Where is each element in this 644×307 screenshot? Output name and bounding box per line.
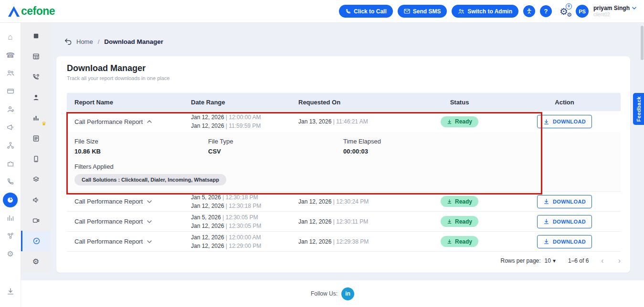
requested-on-cell: Jan 12, 2026 | 12:30:11 PM xyxy=(298,217,411,226)
integrations-menu[interactable]: ⚙ ⚙ 0 xyxy=(557,7,571,16)
download-button[interactable]: DOWNLOAD xyxy=(537,215,592,228)
col-requested-on: Requested On xyxy=(298,99,411,106)
switch-to-admin-button[interactable]: Switch to Admin xyxy=(452,5,518,18)
sidebar-item-integrations[interactable] xyxy=(0,154,21,173)
requested-date: Jan 12, 2026 xyxy=(298,238,331,245)
requested-date: Jan 12, 2026 xyxy=(298,198,331,205)
back-button[interactable] xyxy=(64,38,72,45)
click-to-call-label: Click to Call xyxy=(354,8,387,15)
status-cell: Ready xyxy=(411,236,508,247)
range-end-time: | 12:30:18 PM xyxy=(226,203,262,209)
subnav-item-mobile[interactable] xyxy=(21,149,51,169)
crown-badge-icon: ♛ xyxy=(42,121,46,126)
range-start-date: Jan 12, 2026 xyxy=(191,114,224,121)
logo-triangle-icon xyxy=(8,5,20,18)
page-title: Download Manager xyxy=(67,63,630,73)
back-arrow-icon xyxy=(64,38,72,45)
sidebar-item-user-settings[interactable] xyxy=(0,100,21,118)
sidebar-item-analytics[interactable] xyxy=(0,209,21,227)
breadcrumb-current: Download Manager xyxy=(104,38,163,45)
phone-icon: ☎ xyxy=(6,51,15,59)
phone-icon xyxy=(345,9,351,14)
requested-date: Jan 12, 2026 xyxy=(298,218,331,225)
megaphone-icon xyxy=(6,123,15,132)
subnav-item-call-config[interactable] xyxy=(21,67,51,87)
download-manager-card: Download Manager Track all your report d… xyxy=(56,56,630,273)
range-start-time: | 12:30:05 PM xyxy=(222,214,258,221)
filters-chip: Call Solutions : Clicktocall, Dialer, In… xyxy=(74,174,226,185)
pagination-bar: Rows per page: 10 ▾ 1–6 of 6 ‹ › xyxy=(66,252,621,270)
subnav-item-layers[interactable] xyxy=(21,169,51,190)
user-name: priyam Singh xyxy=(593,5,630,11)
download-button[interactable]: DOWNLOAD xyxy=(537,195,592,208)
sidebar-item-billing[interactable] xyxy=(0,82,21,100)
file-size-value: 10.86 KB xyxy=(74,148,208,155)
report-name-toggle[interactable]: Call Performance Report xyxy=(67,238,191,245)
download-button[interactable]: DOWNLOAD xyxy=(537,115,592,128)
time-elapsed-value: 00:00:03 xyxy=(343,148,381,155)
range-end-time: | 11:59:59 PM xyxy=(226,123,261,129)
click-to-call-button[interactable]: Click to Call xyxy=(339,5,393,18)
rows-per-page-select[interactable]: 10 ▾ xyxy=(545,257,556,264)
user-avatar[interactable]: PS xyxy=(576,5,589,18)
time-elapsed-label: Time Elapsed xyxy=(343,138,381,145)
scrollbar[interactable] xyxy=(641,26,644,60)
range-start-date: Jan 5, 2026 xyxy=(191,214,221,221)
users-icon xyxy=(6,69,15,77)
user-menu[interactable]: priyam Singh client02 xyxy=(593,5,636,17)
subnav-item-table-view[interactable] xyxy=(21,46,51,67)
report-name-toggle[interactable]: Call Performance Report xyxy=(67,118,191,125)
sidebar-item-call-settings[interactable] xyxy=(0,173,21,191)
sidebar-item-campaigns[interactable] xyxy=(0,118,21,136)
report-name-toggle[interactable]: Call Performance Report xyxy=(67,218,191,225)
expanded-details: File Size 10.86 KB File Type CSV Time El… xyxy=(67,132,621,192)
breadcrumb-home-link[interactable]: Home xyxy=(76,38,93,45)
send-sms-button[interactable]: Send SMS xyxy=(398,5,447,18)
file-size-block: File Size 10.86 KB xyxy=(74,138,208,155)
bar-chart-icon xyxy=(6,214,15,222)
sidebar-item-downloads[interactable] xyxy=(0,282,21,300)
linkedin-icon[interactable]: in xyxy=(341,287,354,300)
sidebar-item-contacts[interactable] xyxy=(0,64,21,82)
download-button[interactable]: DOWNLOAD xyxy=(537,235,592,248)
subnav-item-report-list[interactable] xyxy=(21,128,51,149)
sidebar-item-org[interactable] xyxy=(0,136,21,154)
download-label: DOWNLOAD xyxy=(553,119,586,124)
action-cell: DOWNLOAD xyxy=(508,215,621,228)
page-footer: Follow Us: in xyxy=(21,280,644,307)
subnav-item-video[interactable] xyxy=(21,210,51,231)
previous-page-button[interactable]: ‹ xyxy=(601,257,603,265)
compass-icon xyxy=(32,237,41,245)
range-end-date: Jan 12, 2026 xyxy=(191,203,224,209)
download-icon xyxy=(447,219,452,224)
next-page-button[interactable]: › xyxy=(618,257,621,265)
subnav-item-agents[interactable] xyxy=(21,87,51,108)
report-name: Call Performance Report xyxy=(74,198,143,205)
phone-gear-icon xyxy=(32,73,40,81)
report-name-toggle[interactable]: Call Performance Report xyxy=(67,198,191,205)
sidebar-item-reports[interactable] xyxy=(0,191,21,209)
help-button[interactable]: ? xyxy=(540,5,552,17)
subnav-item-dashboard[interactable] xyxy=(21,26,51,46)
active-item-highlight xyxy=(3,193,18,207)
table-row: Call Performance Report Jan 5, 2026 | 12… xyxy=(67,212,621,232)
table-row: Call Performance Report Jan 12, 2026 | 1… xyxy=(67,232,621,252)
layers-icon xyxy=(32,175,40,184)
accessibility-button[interactable] xyxy=(523,5,535,17)
acefone-logo[interactable]: cefone xyxy=(8,5,55,18)
subnav-item-download-manager[interactable] xyxy=(21,231,51,251)
subnav-item-settings[interactable]: ⚙ xyxy=(21,251,51,272)
feedback-tab[interactable]: Feedback xyxy=(633,93,644,125)
sidebar-item-home[interactable]: ⌂ xyxy=(0,28,21,46)
requested-on-cell: Jan 12, 2026 | 12:30:24 PM xyxy=(298,197,411,206)
status-label: Ready xyxy=(455,118,472,125)
subnav-item-announcements[interactable] xyxy=(21,190,51,210)
envelope-icon xyxy=(404,9,410,14)
status-badge: Ready xyxy=(441,196,478,207)
status-label: Ready xyxy=(455,198,472,205)
sidebar-item-settings[interactable]: ⚙ xyxy=(0,245,21,263)
sidebar-item-network[interactable] xyxy=(0,227,21,245)
sidebar-item-calls[interactable]: ☎ xyxy=(0,46,21,64)
pagination-range: 1–6 of 6 xyxy=(568,257,589,264)
subnav-item-analytics-premium[interactable]: ♛ xyxy=(21,108,51,128)
